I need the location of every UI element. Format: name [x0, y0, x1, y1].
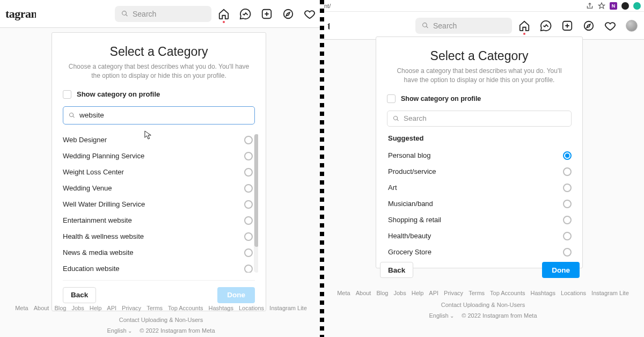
footer-link[interactable]: Hashtags	[531, 290, 555, 296]
share-icon[interactable]	[586, 2, 594, 10]
radio-icon[interactable]	[244, 248, 253, 257]
radio-icon[interactable]	[244, 232, 253, 241]
done-button[interactable]: Done	[542, 262, 580, 278]
footer-link[interactable]: Meta	[337, 290, 350, 296]
footer-link[interactable]: About	[356, 290, 371, 296]
footer-link[interactable]: Terms	[147, 305, 163, 311]
footer-link[interactable]: Top Accounts	[490, 290, 525, 296]
brand-logo[interactable]: tagram	[327, 19, 330, 33]
show-on-profile-checkbox[interactable]	[387, 94, 396, 103]
footer-link[interactable]: Contact Uploading & Non-Users	[119, 317, 203, 323]
home-icon[interactable]	[518, 20, 530, 32]
activity-icon[interactable]	[604, 20, 616, 32]
back-button[interactable]: Back	[380, 262, 413, 278]
radio-icon[interactable]	[563, 200, 572, 208]
footer-link[interactable]: Locations	[239, 305, 264, 311]
radio-icon[interactable]	[244, 168, 253, 177]
ext-green-icon[interactable]	[633, 2, 641, 10]
footer-link[interactable]: Locations	[561, 290, 586, 296]
footer-link[interactable]: Privacy	[444, 290, 463, 296]
category-option[interactable]: Musician/band	[387, 196, 572, 212]
footer-link[interactable]: Help	[90, 305, 102, 311]
activity-icon[interactable]	[304, 8, 316, 20]
new-post-icon[interactable]	[261, 8, 273, 20]
radio-icon[interactable]	[563, 184, 572, 192]
messenger-icon[interactable]	[239, 8, 251, 20]
category-option-label: Health & wellness website	[63, 232, 244, 240]
star-icon[interactable]	[598, 2, 605, 10]
category-option[interactable]: Health/beauty	[387, 228, 572, 244]
footer-link[interactable]: Blog	[54, 305, 66, 311]
category-option[interactable]: Wedding Venue	[60, 180, 258, 196]
explore-icon[interactable]	[282, 8, 294, 20]
radio-icon[interactable]	[563, 232, 572, 240]
category-search[interactable]	[387, 111, 572, 127]
footer-link[interactable]: Instagram Lite	[591, 290, 629, 296]
messenger-icon[interactable]	[540, 20, 552, 32]
category-search-input[interactable]	[79, 111, 249, 119]
language-selector[interactable]: English	[429, 312, 454, 319]
category-option[interactable]: Shopping & retail	[387, 212, 572, 228]
category-option[interactable]: Well Water Drilling Service	[60, 196, 258, 213]
done-button[interactable]: Done	[217, 287, 255, 303]
category-option[interactable]: Personal blog	[387, 148, 572, 164]
footer-link[interactable]: API	[107, 305, 116, 311]
footer-link[interactable]: Hashtags	[209, 305, 233, 311]
footer-link[interactable]: About	[34, 305, 49, 311]
radio-icon[interactable]	[563, 167, 572, 176]
category-option[interactable]: Entertainment website	[60, 213, 258, 229]
home-icon[interactable]	[218, 8, 230, 20]
show-on-profile-row[interactable]: Show category on profile	[387, 94, 572, 103]
footer-link[interactable]: Instagram Lite	[269, 305, 307, 311]
radio-icon[interactable]	[244, 200, 253, 209]
footer-link[interactable]: Blog	[376, 290, 388, 296]
footer-link[interactable]: Privacy	[122, 305, 141, 311]
footer-link[interactable]: Terms	[469, 290, 485, 296]
radio-icon[interactable]	[244, 184, 253, 193]
notification-dot	[523, 33, 525, 35]
show-on-profile-checkbox[interactable]	[63, 90, 71, 99]
category-search[interactable]	[63, 106, 255, 124]
radio-icon[interactable]	[244, 136, 253, 144]
category-option[interactable]: Education website	[60, 261, 258, 273]
category-search-input[interactable]	[404, 114, 566, 122]
show-on-profile-row[interactable]: Show category on profile	[63, 90, 255, 99]
footer-link[interactable]: Meta	[15, 305, 28, 311]
radio-icon[interactable]	[563, 151, 572, 160]
top-nav: tagram Search	[0, 0, 322, 28]
radio-icon[interactable]	[244, 152, 253, 160]
nav-search[interactable]: Search	[415, 18, 512, 34]
category-option[interactable]: News & media website	[60, 245, 258, 261]
language-selector[interactable]: English	[107, 327, 132, 334]
nav-search[interactable]: Search	[115, 6, 211, 22]
category-option[interactable]: Web Designer	[60, 132, 258, 148]
radio-icon[interactable]	[244, 265, 253, 273]
scrollbar[interactable]: ▾	[254, 134, 258, 273]
footer-link[interactable]: Jobs	[71, 305, 84, 311]
ext-black-icon[interactable]	[621, 2, 629, 10]
top-nav: tagram Search	[322, 12, 644, 40]
brand-logo[interactable]: tagram	[5, 7, 36, 21]
footer-link[interactable]: Help	[412, 290, 424, 296]
category-option[interactable]: Grocery Store	[387, 244, 572, 260]
footer-link[interactable]: Contact Uploading & Non-Users	[441, 302, 525, 308]
new-post-icon[interactable]	[561, 20, 573, 32]
footer-link[interactable]: Top Accounts	[168, 305, 203, 311]
scrollbar-thumb[interactable]	[254, 134, 258, 247]
footer-link[interactable]: API	[429, 290, 438, 296]
category-option[interactable]: Wedding Planning Service	[60, 148, 258, 164]
explore-icon[interactable]	[583, 20, 595, 32]
radio-icon[interactable]	[563, 248, 572, 257]
radio-icon[interactable]	[244, 216, 253, 225]
back-button[interactable]: Back	[63, 287, 96, 303]
category-option-label: Weight Loss Center	[63, 168, 244, 176]
category-option[interactable]: Art	[387, 180, 572, 196]
ext-onenote-icon[interactable]: N	[610, 2, 617, 10]
category-option[interactable]: Weight Loss Center	[60, 164, 258, 180]
profile-avatar[interactable]	[626, 20, 638, 32]
category-option[interactable]: Product/service	[387, 164, 572, 180]
address-bar[interactable]: nt/	[324, 3, 331, 9]
radio-icon[interactable]	[563, 216, 572, 224]
footer-link[interactable]: Jobs	[393, 290, 406, 296]
category-option[interactable]: Health & wellness website	[60, 229, 258, 245]
